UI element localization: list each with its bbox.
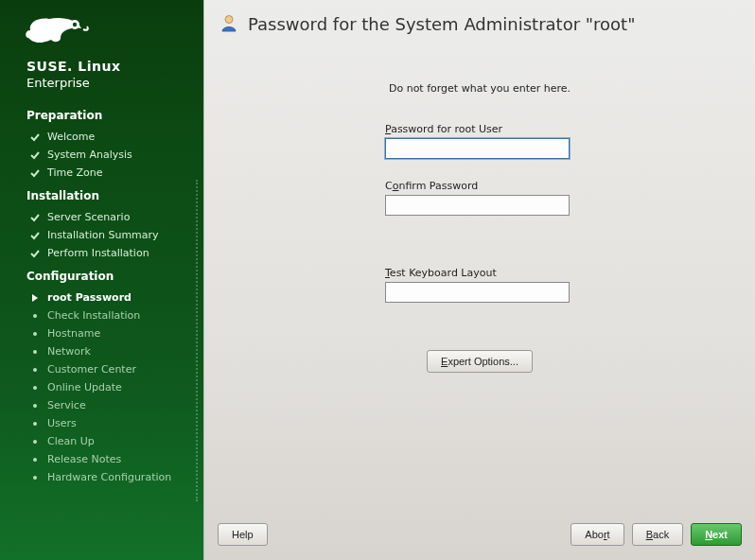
brand-sub: Enterprise: [0, 76, 203, 101]
password-input[interactable]: [385, 138, 570, 159]
confirm-label: Confirm Password: [385, 180, 574, 192]
brand-name: SUSE. Linux: [0, 53, 203, 76]
check-icon: [28, 167, 42, 179]
sidebar-item-installation-summary[interactable]: Installation Summary: [0, 226, 203, 244]
sidebar-item-label: Installation Summary: [47, 229, 159, 241]
sidebar-item-label: Network: [47, 345, 91, 358]
sidebar-item-network[interactable]: Network: [0, 342, 203, 360]
bullet-icon: [28, 436, 42, 447]
sidebar-item-hardware-configuration[interactable]: Hardware Configuration: [0, 468, 203, 486]
sidebar-item-label: Service: [47, 399, 86, 411]
sidebar-item-label: Server Scenario: [47, 211, 130, 223]
bullet-icon: [28, 472, 42, 483]
sidebar-item-hostname[interactable]: Hostname: [0, 324, 203, 342]
check-icon: [28, 212, 42, 223]
bullet-icon: [28, 454, 42, 465]
test-input[interactable]: [385, 282, 570, 303]
sidebar-item-root-password[interactable]: root Password: [0, 289, 203, 306]
sidebar-item-customer-center[interactable]: Customer Center: [0, 360, 203, 378]
bullet-icon: [28, 328, 42, 340]
page-title: Password for the System Administrator "r…: [248, 14, 635, 34]
sidebar-item-service[interactable]: Service: [0, 396, 203, 414]
bullet-icon: [28, 382, 42, 394]
sidebar-item-time-zone[interactable]: Time Zone: [0, 164, 203, 182]
check-icon: [28, 230, 42, 241]
user-icon: [219, 13, 238, 35]
sidebar: SUSE. Linux Enterprise Preparation Welco…: [0, 0, 203, 560]
sidebar-item-label: Check Installation: [47, 309, 140, 322]
confirm-row: Confirm Password: [385, 180, 574, 216]
section-preparation: Preparation: [0, 101, 203, 128]
nav-list-configuration: root PasswordCheck InstallationHostnameN…: [0, 289, 203, 486]
next-button[interactable]: Next: [691, 523, 742, 546]
bullet-icon: [28, 310, 42, 322]
sidebar-item-label: Clean Up: [47, 435, 95, 447]
sidebar-item-perform-installation[interactable]: Perform Installation: [0, 244, 203, 262]
sidebar-item-label: Customer Center: [47, 363, 136, 376]
sidebar-item-label: Hostname: [47, 327, 100, 340]
sidebar-item-label: Time Zone: [47, 166, 102, 179]
sidebar-item-label: Welcome: [47, 131, 95, 143]
content-area: Do not forget what you enter here. Passw…: [204, 44, 755, 516]
confirm-input[interactable]: [385, 195, 570, 216]
check-icon: [28, 131, 42, 143]
sidebar-item-system-analysis[interactable]: System Analysis: [0, 146, 203, 164]
titlebar: Password for the System Administrator "r…: [204, 0, 755, 44]
main-panel: Password for the System Administrator "r…: [203, 0, 755, 560]
sidebar-item-check-installation[interactable]: Check Installation: [0, 306, 203, 324]
nav-list-installation: Server ScenarioInstallation SummaryPerfo…: [0, 208, 203, 262]
sidebar-item-label: System Analysis: [47, 149, 132, 161]
sidebar-item-clean-up[interactable]: Clean Up: [0, 432, 203, 450]
check-icon: [28, 248, 42, 259]
arrow-right-icon: [28, 292, 42, 304]
svg-point-1: [73, 23, 77, 26]
svg-point-2: [225, 16, 233, 24]
footer: Help Abort Back Next: [204, 516, 755, 560]
help-button[interactable]: Help: [218, 523, 268, 546]
suse-logo: [0, 8, 203, 53]
sidebar-item-label: Users: [47, 417, 77, 429]
password-label: Password for root User: [385, 123, 574, 135]
sidebar-item-online-update[interactable]: Online Update: [0, 378, 203, 396]
sidebar-item-label: root Password: [47, 291, 132, 304]
password-row: Password for root User: [385, 123, 574, 159]
bullet-icon: [28, 346, 42, 358]
sidebar-item-release-notes[interactable]: Release Notes: [0, 450, 203, 468]
sidebar-item-server-scenario[interactable]: Server Scenario: [0, 208, 203, 226]
bullet-icon: [28, 418, 42, 429]
bullet-icon: [28, 364, 42, 376]
section-configuration: Configuration: [0, 262, 203, 289]
abort-button[interactable]: Abort: [571, 523, 623, 546]
check-icon: [28, 149, 42, 161]
sidebar-item-welcome[interactable]: Welcome: [0, 128, 203, 146]
sidebar-item-label: Online Update: [47, 381, 122, 394]
test-row: Test Keyboard Layout: [385, 267, 574, 303]
sidebar-item-label: Perform Installation: [47, 247, 149, 259]
section-installation: Installation: [0, 182, 203, 208]
back-button[interactable]: Back: [632, 523, 683, 546]
hint-text: Do not forget what you enter here.: [389, 82, 571, 95]
bullet-icon: [28, 400, 42, 411]
expert-options-button[interactable]: Expert Options...: [427, 350, 533, 373]
test-label: Test Keyboard Layout: [385, 267, 574, 279]
sidebar-item-users[interactable]: Users: [0, 414, 203, 432]
nav-list-preparation: WelcomeSystem AnalysisTime Zone: [0, 128, 203, 182]
sidebar-item-label: Release Notes: [47, 453, 121, 465]
sidebar-item-label: Hardware Configuration: [47, 471, 171, 483]
